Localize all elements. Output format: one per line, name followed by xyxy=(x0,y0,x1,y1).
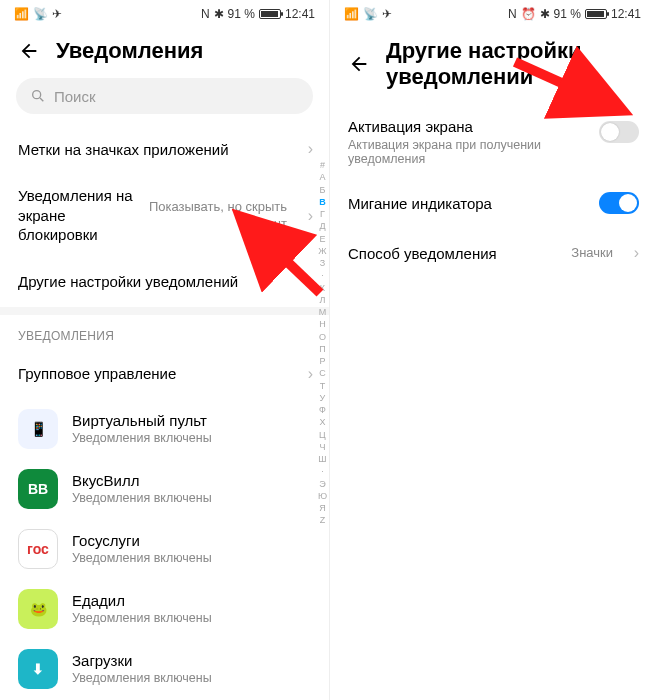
index-letter[interactable]: Б xyxy=(320,185,326,196)
row-notification-mode[interactable]: Способ уведомления Значки › xyxy=(330,228,655,278)
wifi-icon: 📡 xyxy=(363,7,378,21)
index-letter[interactable]: · xyxy=(321,466,324,477)
section-title: УВЕДОМЛЕНИЯ xyxy=(0,315,329,349)
toggle-led-blink[interactable] xyxy=(599,192,639,214)
app-name: ВкусВилл xyxy=(72,472,212,489)
nfc-icon: N xyxy=(201,7,210,21)
signal-icon: 📶 xyxy=(14,7,29,21)
row-label: Групповое управление xyxy=(18,364,176,384)
svg-point-0 xyxy=(33,91,41,99)
index-letter[interactable]: Ц xyxy=(319,430,326,441)
search-placeholder: Поиск xyxy=(54,88,96,105)
app-icon: ВВ xyxy=(18,469,58,509)
wifi-icon: 📡 xyxy=(33,7,48,21)
index-letter[interactable]: К xyxy=(320,283,325,294)
index-letter[interactable]: Р xyxy=(319,356,325,367)
header: Уведомления xyxy=(0,28,329,78)
telegram-icon: ✈ xyxy=(52,7,62,21)
chevron-right-icon: › xyxy=(308,207,313,225)
app-row[interactable]: 📱Виртуальный пультУведомления включены xyxy=(0,399,329,459)
section-divider xyxy=(0,307,329,315)
bluetooth-icon: ✱ xyxy=(540,7,550,21)
back-button[interactable] xyxy=(18,40,40,62)
index-letter[interactable]: О xyxy=(319,332,326,343)
app-sub: Уведомления включены xyxy=(72,611,212,625)
apps-list: 📱Виртуальный пультУведомления включеныВВ… xyxy=(0,399,329,699)
row-label: Уведомления на экране блокировки xyxy=(18,186,147,245)
app-icon: 📱 xyxy=(18,409,58,449)
row-screen-wake[interactable]: Активация экрана Активация экрана при по… xyxy=(330,105,655,179)
index-letter[interactable]: Ф xyxy=(319,405,326,416)
index-letter[interactable]: С xyxy=(319,368,326,379)
status-bar: 📶 📡 ✈ N ⏰ ✱ 91 % 12:41 xyxy=(330,0,655,28)
back-button[interactable] xyxy=(348,53,370,75)
row-label: Активация экрана xyxy=(348,117,558,137)
app-row[interactable]: ВВВкусВиллУведомления включены xyxy=(0,459,329,519)
index-letter[interactable]: Н xyxy=(319,319,326,330)
index-letter[interactable]: П xyxy=(319,344,325,355)
index-letter[interactable]: Т xyxy=(320,381,326,392)
index-letter[interactable]: · xyxy=(321,270,324,281)
row-more-notification-settings[interactable]: Другие настройки уведомлений › xyxy=(0,257,329,307)
app-icon: ⬇ xyxy=(18,649,58,689)
search-input[interactable]: Поиск xyxy=(16,78,313,114)
battery-icon xyxy=(585,9,607,19)
index-letter[interactable]: # xyxy=(320,160,325,171)
more-notification-settings-screen: 📶 📡 ✈ N ⏰ ✱ 91 % 12:41 Другие настройки … xyxy=(330,0,655,700)
index-letter[interactable]: Г xyxy=(320,209,325,220)
app-icon: 🐸 xyxy=(18,589,58,629)
row-group-management[interactable]: Групповое управление › xyxy=(0,349,329,399)
toggle-screen-wake[interactable] xyxy=(599,121,639,143)
chevron-right-icon: › xyxy=(308,273,313,291)
notifications-screen: 📶 📡 ✈ N ✱ 91 % 12:41 Уведомления Поиск xyxy=(0,0,330,700)
index-letter[interactable]: Э xyxy=(319,479,325,490)
index-letter[interactable]: М xyxy=(319,307,327,318)
battery-pct: 91 % xyxy=(554,7,581,21)
app-row[interactable]: ⬇ЗагрузкиУведомления включены xyxy=(0,639,329,699)
index-letter[interactable]: Ж xyxy=(318,246,326,257)
index-letter[interactable]: Д xyxy=(319,221,325,232)
index-letter[interactable]: А xyxy=(319,172,325,183)
battery-pct: 91 % xyxy=(228,7,255,21)
bluetooth-icon: ✱ xyxy=(214,7,224,21)
index-letter[interactable]: З xyxy=(320,258,325,269)
app-name: Госуслуги xyxy=(72,532,212,549)
index-letter[interactable]: Л xyxy=(320,295,326,306)
page-title: Уведомления xyxy=(56,38,203,64)
row-label: Другие настройки уведомлений xyxy=(18,272,238,292)
row-lockscreen-notifications[interactable]: Уведомления на экране блокировки Показыв… xyxy=(0,174,329,257)
battery-icon xyxy=(259,9,281,19)
index-letter[interactable]: У xyxy=(320,393,326,404)
svg-line-1 xyxy=(40,98,43,101)
index-letter[interactable]: Ю xyxy=(318,491,327,502)
index-letter[interactable]: В xyxy=(319,197,326,208)
clock: 12:41 xyxy=(285,7,315,21)
row-label: Метки на значках приложений xyxy=(18,140,229,160)
signal-icon: 📶 xyxy=(344,7,359,21)
index-letter[interactable]: Е xyxy=(319,234,325,245)
index-letter[interactable]: Ч xyxy=(319,442,325,453)
nfc-icon: N xyxy=(508,7,517,21)
alarm-icon: ⏰ xyxy=(521,7,536,21)
alpha-index-rail[interactable]: #АБВГДЕЖЗ·КЛМНОПРСТУФХЦЧШ·ЭЮЯZ xyxy=(318,160,327,527)
row-value: Показывать, но скрыть контент xyxy=(147,199,287,233)
chevron-right-icon: › xyxy=(308,365,313,383)
app-row[interactable]: 🐸ЕдадилУведомления включены xyxy=(0,579,329,639)
index-letter[interactable]: Х xyxy=(319,417,325,428)
app-sub: Уведомления включены xyxy=(72,671,212,685)
app-name: Загрузки xyxy=(72,652,212,669)
app-row[interactable]: госГосуслугиУведомления включены xyxy=(0,519,329,579)
index-letter[interactable]: Ш xyxy=(318,454,326,465)
app-sub: Уведомления включены xyxy=(72,431,212,445)
index-letter[interactable]: Z xyxy=(320,515,326,526)
row-value: Значки xyxy=(571,245,613,262)
row-sub: Активация экрана при получении уведомлен… xyxy=(348,138,558,166)
header: Другие настройки уведомлений xyxy=(330,28,655,105)
row-app-badges[interactable]: Метки на значках приложений › xyxy=(0,124,329,174)
status-bar: 📶 📡 ✈ N ✱ 91 % 12:41 xyxy=(0,0,329,28)
row-led-blink[interactable]: Мигание индикатора xyxy=(330,178,655,228)
row-label: Способ уведомления xyxy=(348,244,497,264)
chevron-right-icon: › xyxy=(308,140,313,158)
index-letter[interactable]: Я xyxy=(319,503,326,514)
app-icon: гос xyxy=(18,529,58,569)
